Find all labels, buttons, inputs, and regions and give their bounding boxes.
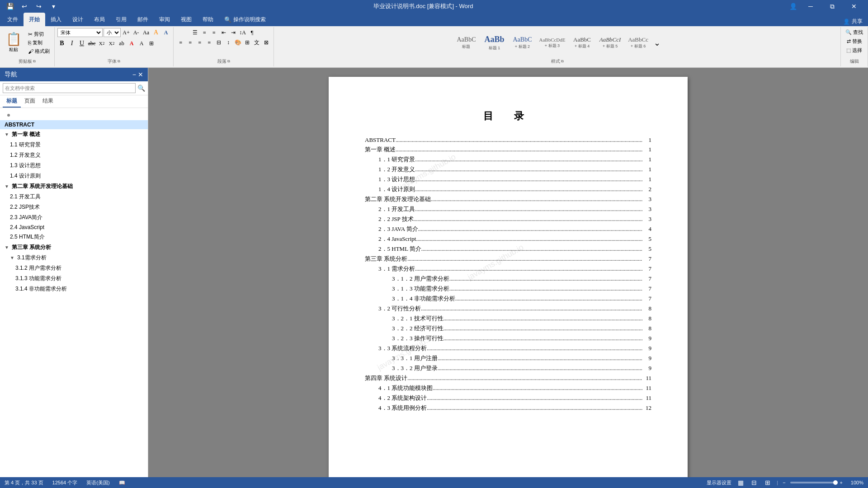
nav-item-ch1-4[interactable]: 1.4 设计原则 xyxy=(0,171,148,181)
line-spacing-button[interactable]: ↕ xyxy=(224,38,233,47)
nav-item-ch2-3[interactable]: 2.3 JAVA简介 xyxy=(0,212,148,223)
style-heading1[interactable]: AaBb 标题 1 xyxy=(481,33,508,52)
save-button[interactable]: 💾 xyxy=(4,0,16,13)
nav-item-ch2-5[interactable]: 2.5 HTML简介 xyxy=(0,232,148,242)
strikethrough-button[interactable]: abc xyxy=(87,39,96,48)
zoom-in-icon[interactable]: + xyxy=(840,480,843,485)
decrease-indent-button[interactable]: ⇤ xyxy=(219,28,228,37)
tab-help[interactable]: 帮助 xyxy=(197,13,219,26)
nav-item-ch3[interactable]: ▼ 第三章 系统分析 xyxy=(0,242,148,253)
document-area[interactable]: javayms.github.io javayms.github.io java… xyxy=(148,68,868,477)
nav-search-icon[interactable]: 🔍 xyxy=(137,84,145,92)
shading-button[interactable]: A xyxy=(137,39,146,48)
web-layout-button[interactable]: ⊟ xyxy=(750,478,759,487)
nav-collapse-ch3-1[interactable]: ▼ xyxy=(10,255,15,260)
clear-format-button[interactable]: A xyxy=(151,28,160,37)
text-effect-button[interactable]: A xyxy=(161,28,170,37)
read-mode-button[interactable]: ⊞ xyxy=(763,478,772,487)
tab-design[interactable]: 设计 xyxy=(67,13,89,26)
print-layout-button[interactable]: ▦ xyxy=(736,478,745,487)
customize-button[interactable]: ▾ xyxy=(47,0,60,13)
copy-button[interactable]: ⎘ 复制 xyxy=(26,39,52,47)
zoom-slider[interactable] xyxy=(790,482,835,483)
style-heading4[interactable]: AaBbC + 标题 4 xyxy=(569,35,596,51)
display-settings[interactable]: 显示器设置 xyxy=(707,479,731,486)
clipboard-expand-icon[interactable]: ⧉ xyxy=(33,59,36,64)
subscript-button[interactable]: X2 xyxy=(97,39,106,48)
tab-search[interactable]: 🔍 操作说明搜索 xyxy=(219,13,271,26)
border-button[interactable]: ⊞ xyxy=(147,39,156,48)
zoom-out-icon[interactable]: − xyxy=(783,480,785,485)
nav-item-ch3-1-3[interactable]: 3.1.3 功能需求分析 xyxy=(0,273,148,284)
align-left-button[interactable]: ≡ xyxy=(176,38,185,47)
styles-expand-button[interactable]: ⌄ xyxy=(653,38,662,47)
align-center-button[interactable]: ≡ xyxy=(186,38,195,47)
nav-item-ch2-4[interactable]: 2.4 JavaScript xyxy=(0,223,148,232)
sort-button[interactable]: ↕A xyxy=(238,28,247,37)
replace-button[interactable]: ⇄ 替换 xyxy=(845,37,864,45)
nav-collapse-ch2[interactable]: ▼ xyxy=(5,184,10,189)
tab-file[interactable]: 文件 xyxy=(2,13,24,26)
font-expand-icon[interactable]: ⧉ xyxy=(118,59,120,64)
nav-item-ch1-3[interactable]: 1.3 设计思想 xyxy=(0,160,148,171)
font-size-increase-button[interactable]: A+ xyxy=(122,28,131,37)
format-painter-button[interactable]: 🖌 格式刷 xyxy=(26,47,52,56)
paragraph-expand-icon[interactable]: ⧉ xyxy=(227,59,230,64)
tab-layout[interactable]: 布局 xyxy=(89,13,110,26)
cut-button[interactable]: ✂ 剪切 xyxy=(26,30,52,38)
minimize-button[interactable]: ─ xyxy=(800,0,821,13)
underline-button[interactable]: U xyxy=(77,39,86,48)
nav-item-ch2-1[interactable]: 2.1 开发工具 xyxy=(0,192,148,202)
column-button[interactable]: ⊟ xyxy=(214,38,223,47)
nav-collapse-ch3[interactable]: ▼ xyxy=(5,245,10,250)
nav-tab-results[interactable]: 结果 xyxy=(39,95,57,108)
style-heading2[interactable]: AaBbC + 标题 2 xyxy=(509,34,536,51)
borders-button[interactable]: ⊞ xyxy=(243,38,252,47)
share-button[interactable]: 👤 共享 xyxy=(840,17,866,26)
nav-item-ch1-2[interactable]: 1.2 开发意义 xyxy=(0,150,148,160)
style-heading[interactable]: AaBbC 标题 xyxy=(453,34,480,51)
tab-references[interactable]: 引用 xyxy=(110,13,132,26)
tab-home[interactable]: 开始 xyxy=(24,13,45,26)
tab-review[interactable]: 审阅 xyxy=(154,13,175,26)
nav-collapse-ch1[interactable]: ▼ xyxy=(5,132,10,137)
font-name-select[interactable]: 宋体 xyxy=(57,28,103,37)
tab-insert[interactable]: 插入 xyxy=(45,13,67,26)
bullets-button[interactable]: ☰ xyxy=(191,28,200,37)
nav-item-ch3-1[interactable]: ▼ 3.1需求分析 xyxy=(0,253,148,263)
multilevel-button[interactable]: ≡ xyxy=(210,28,219,37)
style-heading6[interactable]: AaBbCc + 标题 6 xyxy=(625,35,652,51)
nav-item-ch2-2[interactable]: 2.2 JSP技术 xyxy=(0,202,148,212)
nav-close-icon[interactable]: ✕ xyxy=(138,71,143,78)
para-settings-button[interactable]: ⊠ xyxy=(262,38,271,47)
shading-para-button[interactable]: 🎨 xyxy=(233,38,242,47)
nav-tab-pages[interactable]: 页面 xyxy=(21,95,39,108)
change-case-button[interactable]: Aa xyxy=(142,28,151,37)
nav-search-input[interactable] xyxy=(3,83,136,93)
find-button[interactable]: 🔍 查找 xyxy=(844,28,865,36)
nav-item-ch3-1-4[interactable]: 3.1.4 非功能需求分析 xyxy=(0,284,148,294)
select-button[interactable]: ⬚ 选择 xyxy=(844,46,864,54)
numbering-button[interactable]: ≡ xyxy=(200,28,209,37)
superscript-button[interactable]: X2 xyxy=(107,39,116,48)
zoom-level[interactable]: 100% xyxy=(847,480,863,485)
justify-button[interactable]: ≡ xyxy=(205,38,214,47)
show-marks-button[interactable]: ¶ xyxy=(248,28,257,37)
nav-item-ch3-1-2[interactable]: 3.1.2 用户需求分析 xyxy=(0,263,148,273)
nav-item-ch1[interactable]: ▼ 第一章 概述 xyxy=(0,129,148,140)
highlight-button[interactable]: ab xyxy=(117,39,126,48)
tab-view[interactable]: 视图 xyxy=(175,13,197,26)
italic-button[interactable]: I xyxy=(67,39,76,48)
tab-mailings[interactable]: 邮件 xyxy=(132,13,154,26)
font-size-select[interactable]: 小三 三号 四号 xyxy=(104,28,121,37)
bold-button[interactable]: B xyxy=(57,39,66,48)
undo-button[interactable]: ↩ xyxy=(18,0,31,13)
nav-tab-headings[interactable]: 标题 xyxy=(3,95,21,108)
increase-indent-button[interactable]: ⇥ xyxy=(229,28,238,37)
redo-button[interactable]: ↪ xyxy=(33,0,45,13)
restore-button[interactable]: ⧉ xyxy=(822,0,843,13)
style-heading5[interactable]: AaBbCcI + 标题 5 xyxy=(597,35,624,51)
align-right-button[interactable]: ≡ xyxy=(195,38,204,47)
nav-item-ch2[interactable]: ▼ 第二章 系统开发理论基础 xyxy=(0,181,148,192)
close-button[interactable]: ✕ xyxy=(844,0,864,13)
